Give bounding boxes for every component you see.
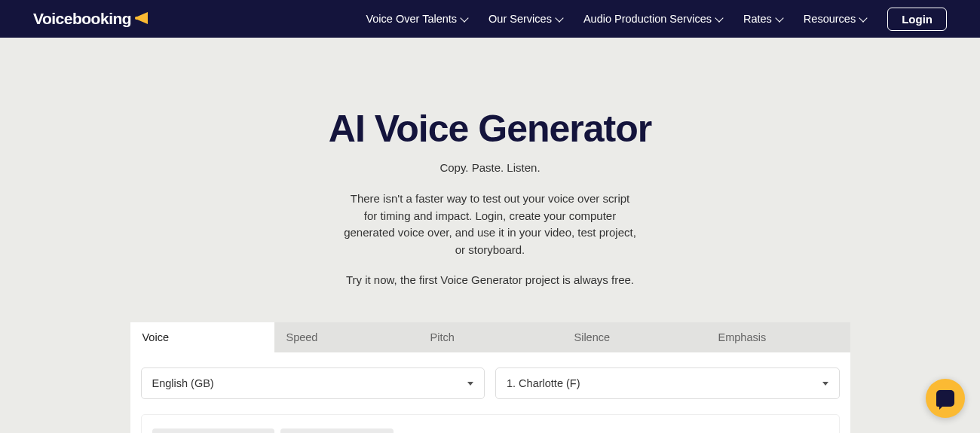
caret-down-icon: [822, 382, 828, 386]
page-title: AI Voice Generator: [0, 107, 980, 151]
logo[interactable]: Voicebooking: [33, 9, 154, 29]
voice-select[interactable]: 1. Charlotte (F): [495, 367, 840, 399]
main-header: Voicebooking Voice Over Talents Our Serv…: [0, 0, 980, 38]
tagline: Copy. Paste. Listen.: [0, 161, 980, 174]
chat-icon: [936, 390, 954, 407]
chevron-down-icon: [859, 14, 868, 22]
main-nav: Voice Over Talents Our Services Audio Pr…: [366, 8, 947, 31]
voice-badge: Voice : 1. Charlotte (F): [280, 428, 394, 433]
generator-tool: Voice Speed Pitch Silence Emphasis Engli…: [130, 322, 850, 433]
description: There isn't a faster way to test out you…: [343, 191, 637, 258]
text-editor[interactable]: Language : English (GB) Voice : 1. Charl…: [141, 414, 840, 433]
chevron-down-icon: [555, 14, 563, 22]
select-row: English (GB) 1. Charlotte (F): [141, 367, 840, 399]
try-text: Try it now, the first Voice Generator pr…: [0, 273, 980, 286]
chat-button[interactable]: [926, 379, 965, 418]
caret-down-icon: [467, 382, 473, 386]
tab-silence[interactable]: Silence: [562, 322, 706, 352]
language-badge: Language : English (GB): [152, 428, 274, 433]
tool-panel: English (GB) 1. Charlotte (F) Language :…: [130, 352, 850, 433]
tab-pitch[interactable]: Pitch: [418, 322, 562, 352]
tab-voice[interactable]: Voice: [130, 322, 274, 352]
tab-speed[interactable]: Speed: [274, 322, 418, 352]
tab-list: Voice Speed Pitch Silence Emphasis: [130, 322, 850, 352]
chevron-down-icon: [715, 14, 723, 22]
chevron-down-icon: [460, 14, 468, 22]
tab-emphasis[interactable]: Emphasis: [706, 322, 850, 352]
language-select[interactable]: English (GB): [141, 367, 485, 399]
nav-rates[interactable]: Rates: [743, 13, 782, 25]
nav-voice-over-talents[interactable]: Voice Over Talents: [366, 13, 467, 25]
nav-resources[interactable]: Resources: [804, 13, 866, 25]
logo-text: Voicebooking: [33, 10, 131, 28]
hero-section: AI Voice Generator Copy. Paste. Listen. …: [0, 38, 980, 286]
nav-audio-production[interactable]: Audio Production Services: [583, 13, 722, 25]
megaphone-icon: [134, 9, 154, 29]
login-button[interactable]: Login: [887, 8, 947, 31]
nav-our-services[interactable]: Our Services: [488, 13, 562, 25]
chevron-down-icon: [775, 14, 783, 22]
